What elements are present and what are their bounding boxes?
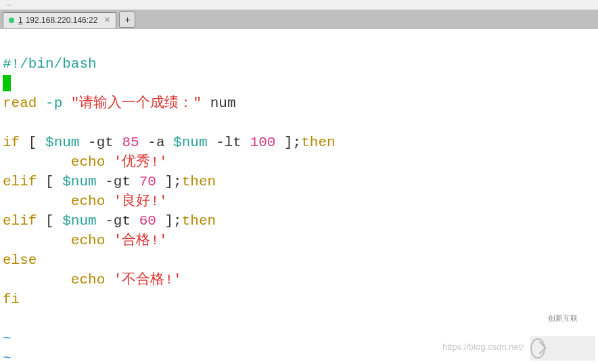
code-read: read (3, 95, 37, 111)
code-num: 85 (122, 135, 139, 150)
new-tab-button[interactable]: + (119, 12, 135, 28)
close-icon[interactable]: ✕ (104, 16, 110, 24)
code-var: $num (62, 174, 96, 189)
code-str: '合格!' (114, 233, 168, 248)
code-op: -lt (208, 135, 250, 150)
code-str: '良好!' (114, 194, 168, 209)
code-then: then (182, 174, 216, 189)
cursor-block-icon (3, 75, 11, 91)
code-bracket: ] (156, 213, 173, 229)
code-semi: ; (173, 213, 182, 229)
vim-tilde: ~ (3, 350, 12, 364)
status-dot-icon (9, 18, 14, 23)
tab-active-ssh[interactable]: 1 192.168.220.146:22 ✕ (3, 12, 116, 28)
code-echo: echo (71, 154, 114, 170)
code-then: then (182, 213, 216, 229)
code-var-name: num (202, 95, 235, 111)
watermark-url: https://blog.csdn.net/ (442, 337, 524, 357)
code-indent (3, 272, 71, 288)
watermark-logo: 创新互联 CHUANG XIN HU LIAN (530, 336, 595, 361)
code-elif: elif (3, 174, 45, 189)
code-fi: fi (3, 292, 20, 307)
terminal-editor[interactable]: #!/bin/bash read -p "请输入一个成绩：" num if [ … (0, 29, 598, 363)
code-bracket: [ (45, 213, 62, 229)
code-op: -gt (97, 174, 139, 189)
code-flag: -p (45, 95, 62, 111)
code-num: 60 (139, 213, 156, 229)
code-var: $num (45, 135, 79, 150)
code-indent (3, 194, 71, 209)
code-echo: echo (71, 194, 114, 209)
code-elif: elif (3, 213, 45, 229)
tab-index: 1 (18, 16, 23, 25)
code-num: 70 (139, 174, 156, 189)
code-str: '优秀!' (114, 154, 168, 170)
tab-host-label: 192.168.220.146:22 (26, 16, 98, 25)
code-echo: echo (71, 272, 114, 288)
watermark-brand-cn: 创新互联 (548, 309, 595, 329)
code-prompt-string: "请输入一个成绩：" (71, 95, 202, 111)
code-then: then (301, 135, 335, 150)
code-bracket: ] (275, 135, 292, 150)
code-bracket: ] (156, 174, 173, 189)
code-bracket: [ (45, 174, 62, 189)
code-bracket: [ (28, 135, 45, 150)
plus-icon: + (124, 14, 130, 25)
code-and: -a (139, 135, 173, 150)
code-num: 100 (250, 135, 276, 150)
window-title: … (5, 0, 12, 7)
code-var: $num (173, 135, 207, 150)
code-op: -gt (97, 213, 139, 229)
code-indent (3, 233, 71, 248)
code-echo: echo (71, 233, 114, 248)
code-semi: ; (293, 135, 302, 150)
code-indent (3, 154, 71, 170)
window-titlebar: … (0, 0, 598, 10)
code-op: -gt (79, 135, 122, 150)
code-else: else (3, 252, 37, 268)
logo-mark-icon (530, 338, 545, 359)
code-var: $num (62, 213, 96, 229)
vim-tilde: ~ (3, 331, 12, 346)
code-shebang: #!/bin/bash (3, 56, 97, 72)
code-semi: ; (173, 174, 182, 189)
code-if: if (3, 135, 28, 150)
tab-bar: 1 192.168.220.146:22 ✕ + (0, 10, 598, 29)
code-str: '不合格!' (114, 272, 182, 288)
